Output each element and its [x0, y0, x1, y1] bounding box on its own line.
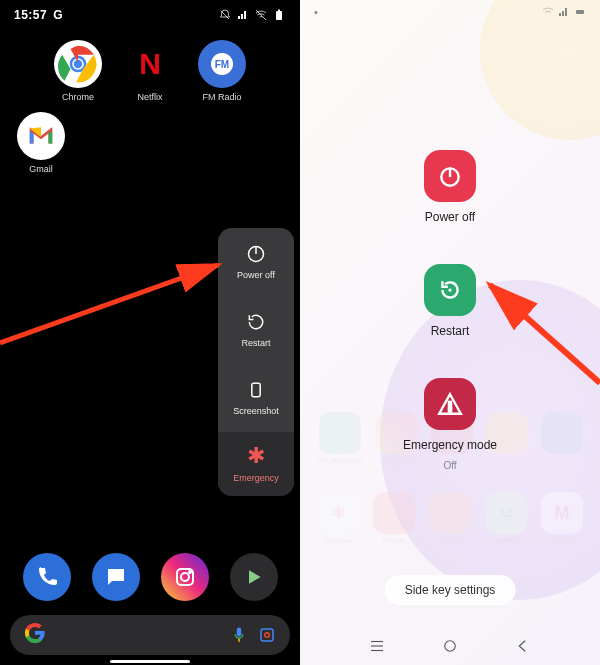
power-off-button[interactable]: Power off [218, 228, 294, 296]
signal-icon [236, 9, 250, 21]
svg-point-11 [189, 571, 191, 573]
nav-bar [300, 637, 600, 655]
svg-point-25 [445, 641, 456, 652]
power-off-button[interactable]: Power off [424, 150, 476, 224]
wifi-off-icon [254, 9, 268, 21]
emergency-button[interactable]: ✱ Emergency [218, 432, 294, 496]
status-bar-right: • [300, 6, 600, 18]
power-icon [437, 163, 463, 189]
svg-rect-8 [252, 383, 260, 396]
samsung-phone: WA Business Instagram ✱Camera Phone Cloc… [300, 0, 600, 665]
lens-icon [258, 626, 276, 644]
svg-rect-1 [278, 10, 280, 12]
app-gmail[interactable]: Gmail [12, 112, 70, 174]
mic-icon [230, 626, 248, 644]
status-icons [218, 9, 286, 21]
screenshot-button[interactable]: Screenshot [218, 364, 294, 432]
home-apps-row-2: Gmail [0, 102, 300, 174]
phone-icon [35, 565, 59, 589]
restart-icon [246, 312, 266, 332]
play-icon [244, 567, 264, 587]
dock-games[interactable] [230, 553, 278, 601]
svg-rect-21 [449, 409, 451, 411]
recents-button[interactable] [368, 637, 386, 655]
restart-button[interactable]: Restart [218, 296, 294, 364]
svg-rect-13 [261, 629, 273, 641]
messages-icon [104, 565, 128, 589]
wifi-icon [542, 6, 554, 18]
svg-rect-12 [238, 639, 240, 642]
restart-button[interactable]: Restart [424, 264, 476, 338]
back-button[interactable] [514, 637, 532, 655]
svg-rect-0 [276, 11, 282, 20]
app-netflix[interactable]: N Netflix [121, 40, 179, 102]
arrow-annotation-left [0, 255, 230, 349]
emergency-icon [437, 391, 463, 417]
power-icon [246, 244, 266, 264]
emergency-icon: ✱ [247, 445, 265, 467]
dock-messages[interactable] [92, 553, 140, 601]
home-apps-row-1: Chrome N Netflix FM FM Radio [0, 30, 300, 102]
svg-point-19 [448, 288, 451, 291]
mic-and-lens[interactable] [230, 626, 276, 644]
app-chrome[interactable]: Chrome [49, 40, 107, 102]
google-indicator: G [53, 8, 62, 22]
stock-android-phone: 15:57 G Chrome N Netflix FM FM Rad [0, 0, 300, 665]
restart-icon [437, 277, 463, 303]
emergency-mode-button[interactable]: Emergency mode Off [403, 378, 497, 471]
netflix-icon: N [139, 47, 161, 81]
dock-instagram[interactable] [161, 553, 209, 601]
samsung-power-menu: Power off Restart Emergency mode Off [403, 150, 497, 471]
svg-point-14 [265, 633, 270, 638]
battery-icon [574, 6, 586, 18]
power-menu: Power off Restart Screenshot ✱ Emergency [218, 228, 294, 496]
dock [0, 553, 300, 605]
dock-phone[interactable] [23, 553, 71, 601]
signal-icon [558, 6, 570, 18]
instagram-icon [173, 565, 197, 589]
google-g-icon [24, 622, 46, 649]
svg-line-15 [0, 265, 218, 343]
fmradio-icon: FM [211, 53, 233, 75]
chrome-icon [58, 44, 98, 84]
svg-rect-20 [449, 402, 451, 409]
clock: 15:57 [14, 8, 47, 22]
dnd-icon [218, 9, 232, 21]
battery-icon [272, 9, 286, 21]
home-indicator[interactable] [110, 660, 190, 663]
app-fmradio[interactable]: FM FM Radio [193, 40, 251, 102]
svg-point-10 [181, 573, 189, 581]
screenshot-icon [246, 380, 266, 400]
svg-rect-16 [576, 10, 584, 14]
gmail-icon [26, 121, 56, 151]
search-bar[interactable] [10, 615, 290, 655]
home-button[interactable] [441, 637, 459, 655]
status-bar-left: 15:57 G [0, 0, 300, 30]
side-key-settings-button[interactable]: Side key settings [385, 575, 516, 605]
